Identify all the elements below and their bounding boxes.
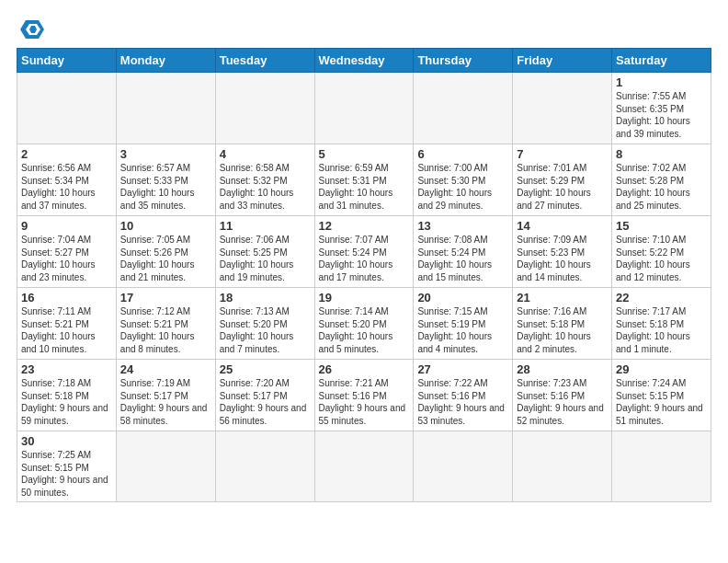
day-info: Sunrise: 6:57 AM Sunset: 5:33 PM Dayligh… [120,162,211,212]
day-info: Sunrise: 7:09 AM Sunset: 5:23 PM Dayligh… [517,234,608,283]
calendar-cell: 5Sunrise: 6:59 AM Sunset: 5:31 PM Daylig… [314,144,414,216]
page: SundayMondayTuesdayWednesdayThursdayFrid… [0,0,728,563]
calendar-cell: 12Sunrise: 7:07 AM Sunset: 5:24 PM Dayli… [314,216,414,288]
calendar-cell: 15Sunrise: 7:10 AM Sunset: 5:22 PM Dayli… [612,216,711,288]
day-number: 13 [417,219,508,233]
day-info: Sunrise: 7:10 AM Sunset: 5:22 PM Dayligh… [616,234,707,283]
day-number: 25 [220,362,311,376]
day-info: Sunrise: 7:55 AM Sunset: 6:35 PM Dayligh… [616,90,707,140]
calendar-header-row: SundayMondayTuesdayWednesdayThursdayFrid… [17,49,711,73]
day-info: Sunrise: 7:02 AM Sunset: 5:28 PM Dayligh… [616,162,707,212]
calendar-cell: 26Sunrise: 7:21 AM Sunset: 5:16 PM Dayli… [314,360,414,431]
day-header-tuesday: Tuesday [215,49,314,73]
calendar-cell: 27Sunrise: 7:22 AM Sunset: 5:16 PM Dayli… [414,360,513,431]
calendar-cell [116,73,215,144]
calendar-cell: 17Sunrise: 7:12 AM Sunset: 5:21 PM Dayli… [116,288,215,360]
day-number: 20 [417,291,508,304]
day-number: 24 [120,362,211,376]
day-number: 4 [220,147,311,161]
day-info: Sunrise: 7:15 AM Sunset: 5:19 PM Dayligh… [417,305,508,355]
day-info: Sunrise: 7:21 AM Sunset: 5:16 PM Dayligh… [319,377,410,427]
day-info: Sunrise: 7:25 AM Sunset: 5:15 PM Dayligh… [21,449,112,499]
day-number: 1 [616,75,707,89]
day-number: 8 [616,147,707,161]
day-info: Sunrise: 7:24 AM Sunset: 5:15 PM Dayligh… [616,377,707,427]
day-header-wednesday: Wednesday [314,49,414,73]
day-info: Sunrise: 7:00 AM Sunset: 5:30 PM Dayligh… [417,162,508,212]
day-number: 22 [616,291,707,304]
calendar-week-5: 23Sunrise: 7:18 AM Sunset: 5:18 PM Dayli… [17,360,711,431]
calendar-cell: 21Sunrise: 7:16 AM Sunset: 5:18 PM Dayli… [513,288,612,360]
day-info: Sunrise: 6:56 AM Sunset: 5:34 PM Dayligh… [21,162,112,212]
calendar-cell: 29Sunrise: 7:24 AM Sunset: 5:15 PM Dayli… [612,360,711,431]
calendar-cell: 18Sunrise: 7:13 AM Sunset: 5:20 PM Dayli… [215,288,314,360]
calendar-cell: 10Sunrise: 7:05 AM Sunset: 5:26 PM Dayli… [116,216,215,288]
day-number: 23 [21,362,112,376]
day-info: Sunrise: 7:12 AM Sunset: 5:21 PM Dayligh… [120,305,211,355]
day-number: 14 [517,219,608,233]
day-info: Sunrise: 7:08 AM Sunset: 5:24 PM Dayligh… [417,234,508,283]
logo-area [17,17,46,42]
calendar-cell: 20Sunrise: 7:15 AM Sunset: 5:19 PM Dayli… [414,288,513,360]
calendar-cell [513,73,612,144]
calendar-cell: 23Sunrise: 7:18 AM Sunset: 5:18 PM Dayli… [17,360,117,431]
calendar-cell: 8Sunrise: 7:02 AM Sunset: 5:28 PM Daylig… [612,144,711,216]
day-header-thursday: Thursday [414,49,513,73]
day-info: Sunrise: 6:58 AM Sunset: 5:32 PM Dayligh… [220,162,311,212]
day-number: 26 [319,362,410,376]
day-number: 11 [220,219,311,233]
day-number: 3 [120,147,211,161]
calendar-cell [612,431,711,502]
day-info: Sunrise: 7:06 AM Sunset: 5:25 PM Dayligh… [220,234,311,283]
day-info: Sunrise: 7:14 AM Sunset: 5:20 PM Dayligh… [319,305,410,355]
calendar-week-1: 1Sunrise: 7:55 AM Sunset: 6:35 PM Daylig… [17,73,711,144]
day-header-sunday: Sunday [17,49,117,73]
day-number: 17 [120,291,211,304]
day-info: Sunrise: 6:59 AM Sunset: 5:31 PM Dayligh… [319,162,410,212]
calendar-cell [116,431,215,502]
header [17,17,711,42]
day-info: Sunrise: 7:20 AM Sunset: 5:17 PM Dayligh… [220,377,311,427]
calendar-table: SundayMondayTuesdayWednesdayThursdayFrid… [17,48,711,502]
calendar-cell [414,73,513,144]
calendar-week-2: 2Sunrise: 6:56 AM Sunset: 5:34 PM Daylig… [17,144,711,216]
calendar-cell: 25Sunrise: 7:20 AM Sunset: 5:17 PM Dayli… [215,360,314,431]
calendar-cell [215,73,314,144]
day-header-friday: Friday [513,49,612,73]
day-info: Sunrise: 7:01 AM Sunset: 5:29 PM Dayligh… [517,162,608,212]
calendar-week-4: 16Sunrise: 7:11 AM Sunset: 5:21 PM Dayli… [17,288,711,360]
day-number: 15 [616,219,707,233]
day-number: 6 [417,147,508,161]
generalblue-icon [18,17,46,42]
calendar-cell: 1Sunrise: 7:55 AM Sunset: 6:35 PM Daylig… [612,73,711,144]
calendar-cell: 14Sunrise: 7:09 AM Sunset: 5:23 PM Dayli… [513,216,612,288]
day-number: 5 [319,147,410,161]
day-info: Sunrise: 7:16 AM Sunset: 5:18 PM Dayligh… [517,305,608,355]
day-number: 10 [120,219,211,233]
day-number: 21 [517,291,608,304]
day-info: Sunrise: 7:13 AM Sunset: 5:20 PM Dayligh… [220,305,311,355]
day-number: 12 [319,219,410,233]
day-number: 9 [21,219,112,233]
day-number: 19 [319,291,410,304]
calendar-cell: 30Sunrise: 7:25 AM Sunset: 5:15 PM Dayli… [17,431,117,502]
day-number: 29 [616,362,707,376]
calendar-cell [513,431,612,502]
calendar-cell: 11Sunrise: 7:06 AM Sunset: 5:25 PM Dayli… [215,216,314,288]
day-number: 16 [21,291,112,304]
calendar-cell: 28Sunrise: 7:23 AM Sunset: 5:16 PM Dayli… [513,360,612,431]
day-number: 2 [21,147,112,161]
calendar-cell: 22Sunrise: 7:17 AM Sunset: 5:18 PM Dayli… [612,288,711,360]
calendar-week-6: 30Sunrise: 7:25 AM Sunset: 5:15 PM Dayli… [17,431,711,502]
day-info: Sunrise: 7:04 AM Sunset: 5:27 PM Dayligh… [21,234,112,283]
calendar-cell [17,73,117,144]
calendar-cell [314,73,414,144]
day-header-saturday: Saturday [612,49,711,73]
calendar-cell [215,431,314,502]
calendar-cell [314,431,414,502]
calendar-cell [414,431,513,502]
day-info: Sunrise: 7:05 AM Sunset: 5:26 PM Dayligh… [120,234,211,283]
day-info: Sunrise: 7:23 AM Sunset: 5:16 PM Dayligh… [517,377,608,427]
day-info: Sunrise: 7:19 AM Sunset: 5:17 PM Dayligh… [120,377,211,427]
calendar-cell: 13Sunrise: 7:08 AM Sunset: 5:24 PM Dayli… [414,216,513,288]
